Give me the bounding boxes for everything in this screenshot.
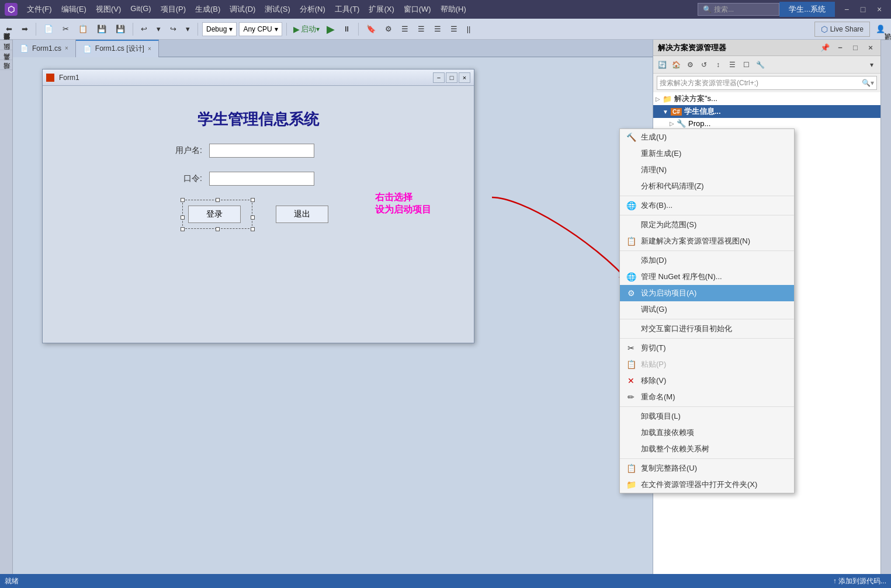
ctx-copy-path[interactable]: 📋 复制完整路径(U) (620, 460, 794, 476)
sidebar-tab-backend[interactable]: 后端 (0, 69, 12, 79)
cpu-dropdown[interactable]: Any CPU ▾ (239, 22, 282, 36)
toolbar-btn-4[interactable]: ☰ (447, 22, 461, 37)
debug-config-dropdown[interactable]: Debug ▾ (202, 22, 237, 36)
ctx-analyze-clean[interactable]: 分析和代码清理(Z) (620, 178, 794, 194)
navigate-forward-button[interactable]: ➡ (18, 22, 32, 37)
menu-analyze[interactable]: 分析(N) (295, 2, 330, 17)
menu-git[interactable]: Git(G) (126, 2, 155, 17)
toolbar-btn-2[interactable]: ☰ (414, 22, 428, 37)
toolbar-btn-1[interactable]: ☰ (398, 22, 412, 37)
se-close-button[interactable]: × (865, 43, 876, 53)
navigate-back-button[interactable]: ⬅ (2, 22, 16, 37)
sidebar-tab-team[interactable]: 团队 (0, 50, 12, 60)
toolbar-btn-5[interactable]: || (463, 22, 474, 37)
maximize-button[interactable]: □ (856, 4, 870, 15)
ctx-new-view[interactable]: 📋 新建解决方案资源管理器视图(N) (620, 233, 794, 249)
se-refresh-button[interactable]: ↺ (698, 58, 710, 71)
menu-view[interactable]: 视图(V) (91, 2, 126, 17)
start-button[interactable]: ▶ 启动 ▾ (291, 24, 322, 34)
menu-window[interactable]: 窗口(W) (399, 2, 436, 17)
se-collapse-all-button[interactable]: ↕ (712, 58, 724, 71)
ctx-clean[interactable]: 清理(N) (620, 162, 794, 178)
cut-button[interactable]: ✂ (59, 22, 72, 37)
ctx-load-all[interactable]: 加载整个依赖关系树 (620, 441, 794, 457)
source-control-text[interactable]: ↑ 添加到源代码... (833, 576, 886, 586)
exit-button[interactable]: 退出 (276, 206, 328, 223)
se-pin-button[interactable]: 📌 (820, 43, 830, 53)
ctx-publish[interactable]: 🌐 发布(B)... (620, 197, 794, 214)
save-all-button[interactable]: 💾 (112, 22, 129, 37)
menu-debug[interactable]: 调试(D) (225, 2, 260, 17)
sidebar-tab-debug[interactable]: 调试 (881, 40, 891, 50)
se-settings2-button[interactable]: 🔧 (754, 58, 767, 71)
se-sync-button[interactable]: 🔄 (656, 58, 668, 71)
tree-item-solution[interactable]: ▷ 📁 解决方案"s... (653, 92, 880, 105)
live-share-button[interactable]: ⬡ Live Share (814, 22, 870, 37)
ctx-load-direct[interactable]: 加载直接依赖项 (620, 425, 794, 441)
title-search[interactable]: 🔍 搜索... (698, 3, 779, 16)
ctx-debug-g[interactable]: 调试(G) (620, 301, 794, 318)
ctx-add[interactable]: 添加(D) (620, 252, 794, 269)
ctx-rename[interactable]: ✏ 重命名(M) (620, 389, 794, 405)
username-input[interactable] (209, 144, 314, 158)
start-without-debug-button[interactable]: ▶ (324, 23, 337, 36)
ctx-build[interactable]: 🔨 生成(U) (620, 129, 794, 145)
ctx-open-folder[interactable]: 📁 在文件资源管理器中打开文件夹(X) (620, 476, 794, 493)
se-new-view-button[interactable]: ☐ (740, 58, 753, 71)
sidebar-tab-toolbox[interactable]: 工具箱 (0, 60, 12, 69)
toolbar-btn-3[interactable]: ☰ (431, 22, 445, 37)
tree-item-project[interactable]: ▼ C# 学生信息... (653, 105, 880, 118)
close-button[interactable]: × (872, 4, 886, 15)
tab-form1-cs-design[interactable]: 📄 Form1.cs [设计] × (76, 40, 159, 57)
paste-icon: 📋 (626, 360, 636, 369)
winforms-minimize-button[interactable]: − (433, 72, 445, 83)
se-search-filter-button[interactable]: ▾ (865, 58, 878, 71)
ctx-set-startup[interactable]: ⚙ 设为启动项目(A) (620, 285, 794, 301)
copy-button[interactable]: 📋 (75, 22, 91, 37)
redo-dropdown-button[interactable]: ▾ (182, 22, 193, 37)
login-button[interactable]: 登录 (188, 206, 241, 223)
ctx-scope[interactable]: 限定为此范围(S) (620, 217, 794, 233)
ctx-unload[interactable]: 卸载项目(L) (620, 408, 794, 425)
save-button[interactable]: 💾 (93, 22, 110, 37)
ctx-rebuild[interactable]: 重新生成(E) (620, 145, 794, 162)
undo-dropdown-button[interactable]: ▾ (153, 22, 164, 37)
ctx-remove[interactable]: ✕ 移除(V) (620, 373, 794, 389)
undo-button[interactable]: ↩ (137, 22, 151, 37)
tree-item-properties[interactable]: ▷ 🔧 Prop... (653, 118, 880, 129)
ctx-nuget[interactable]: 🌐 管理 NuGet 程序包(N)... (620, 269, 794, 285)
ctx-open-folder-label: 在文件资源管理器中打开文件夹(X) (641, 479, 757, 490)
settings-button[interactable]: ⚙ (382, 22, 396, 37)
menu-file[interactable]: 文件(F) (22, 2, 57, 17)
new-file-button[interactable]: 📄 (40, 22, 57, 37)
menu-tools[interactable]: 工具(T) (330, 2, 365, 17)
se-home-button[interactable]: 🏠 (670, 58, 682, 71)
design-canvas[interactable]: Form1 − □ × 学生管理信息系统 用户名: 口令: (13, 57, 653, 588)
menu-edit[interactable]: 编辑(E) (57, 2, 91, 17)
winforms-maximize-button[interactable]: □ (446, 72, 457, 83)
tab-close-1[interactable]: × (65, 45, 68, 51)
se-dock-button[interactable]: □ (850, 43, 861, 53)
winforms-close-button[interactable]: × (459, 72, 470, 83)
minimize-button[interactable]: − (840, 4, 854, 15)
redo-button[interactable]: ↪ (167, 22, 180, 37)
ctx-cut[interactable]: ✂ 剪切(T) (620, 340, 794, 356)
se-search-dropdown-icon[interactable]: ▾ (871, 79, 874, 87)
se-view-button[interactable]: ☰ (726, 58, 739, 71)
se-collapse-button[interactable]: − (835, 43, 845, 53)
menu-test[interactable]: 测试(S) (260, 2, 294, 17)
menu-extensions[interactable]: 扩展(X) (364, 2, 398, 17)
menu-project[interactable]: 项目(P) (156, 2, 190, 17)
menu-help[interactable]: 帮助(H) (436, 2, 471, 17)
sidebar-tab-solution-explorer[interactable]: 解决方案资源管理器 (0, 40, 12, 50)
ctx-init-interactive[interactable]: 对交互窗口进行项目初始化 (620, 321, 794, 337)
bookmarks-button[interactable]: 🔖 (363, 22, 379, 37)
tab-form1-cs[interactable]: 📄 Form1.cs × (13, 40, 76, 57)
se-gear-button[interactable]: ⚙ (684, 58, 696, 71)
pause-button[interactable]: ⏸ (339, 22, 354, 37)
password-input[interactable] (209, 172, 314, 186)
tab-close-2[interactable]: × (148, 46, 151, 52)
se-search-bar[interactable]: 搜索解决方案资源管理器(Ctrl+;) 🔍 ▾ (657, 76, 877, 90)
user-account-button[interactable]: 👤 (872, 22, 889, 37)
menu-build[interactable]: 生成(B) (190, 2, 225, 17)
